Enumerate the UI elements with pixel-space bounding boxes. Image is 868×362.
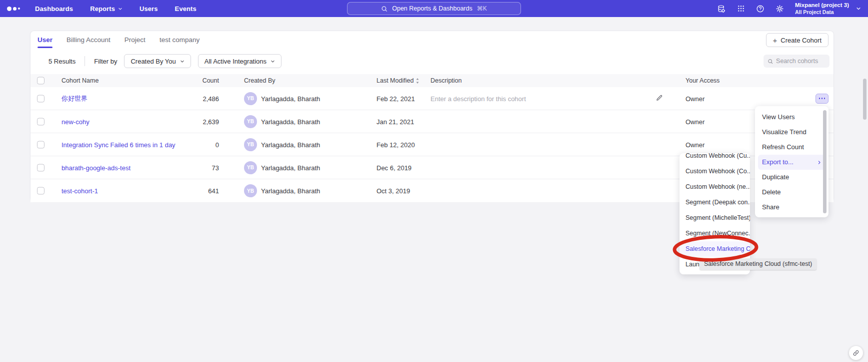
cohort-name-link[interactable]: new-cohy <box>62 118 90 125</box>
apps-grid-icon[interactable] <box>736 5 745 13</box>
entity-tabs: User Billing Account Project test compan… <box>30 31 834 49</box>
col-count[interactable]: Count <box>160 77 219 84</box>
project-scope: All Project Data <box>795 9 849 16</box>
cohort-name-link[interactable]: test-cohort-1 <box>62 187 98 195</box>
submenu-scrollbar[interactable] <box>863 79 866 120</box>
access-value: Owner <box>686 95 704 102</box>
select-all-checkbox[interactable] <box>37 77 44 85</box>
menu-item-custom-webhook-1[interactable]: Custom Webhook (Cu... <box>680 153 750 164</box>
cohort-name-link[interactable]: 你好世界 <box>62 94 88 103</box>
row-checkbox[interactable] <box>37 141 44 148</box>
col-created-by[interactable]: Created By <box>244 77 276 84</box>
menu-item-view-users[interactable]: View Users <box>755 110 828 125</box>
edit-description-pencil-icon[interactable] <box>656 94 663 103</box>
nav-reports[interactable]: Reports <box>90 5 122 13</box>
last-modified-date: Feb 12, 2020 <box>376 141 415 148</box>
cohort-count: 641 <box>160 187 219 195</box>
menu-item-refresh-count[interactable]: Refresh Count <box>755 140 828 155</box>
global-search-bar[interactable]: Open Reports & Dashboards ⌘K <box>347 2 521 15</box>
last-modified-date: Oct 3, 2019 <box>376 187 410 195</box>
data-management-icon[interactable] <box>717 5 726 13</box>
avatar: YB <box>244 115 257 128</box>
integrations-dropdown[interactable]: All Active Integrations <box>198 54 282 68</box>
col-last-modified[interactable]: Last Modified <box>376 77 420 84</box>
col-cohort-name[interactable]: Cohort Name <box>62 77 98 84</box>
col-description: Description <box>430 77 462 84</box>
cohort-count: 2,486 <box>160 95 219 102</box>
tab-user[interactable]: User <box>38 31 52 49</box>
search-cohorts-input[interactable] <box>776 58 826 65</box>
link-icon <box>852 349 860 356</box>
menu-item-visualize-trend[interactable]: Visualize Trend <box>755 125 828 140</box>
menu-item-delete[interactable]: Delete <box>755 185 828 200</box>
tab-billing-account[interactable]: Billing Account <box>66 31 110 49</box>
avatar: YB <box>244 92 257 105</box>
project-switcher[interactable]: Mixpanel (project 3) All Project Data <box>795 2 849 16</box>
help-icon[interactable] <box>756 5 764 13</box>
row-checkbox[interactable] <box>37 187 44 195</box>
created-by-name: Yarlagadda, Bharath <box>261 187 320 195</box>
export-submenu: Custom Webhook (Cu... Custom Webhook (Co… <box>680 153 750 274</box>
context-menu-scrollbar[interactable] <box>823 110 826 213</box>
project-chevron-down-icon[interactable] <box>856 4 861 13</box>
search-shortcut: ⌘K <box>477 5 487 12</box>
chevron-down-icon <box>118 7 122 11</box>
row-checkbox[interactable] <box>37 164 44 171</box>
project-name: Mixpanel (project 3) <box>795 2 849 9</box>
results-count: 5 Results <box>48 58 76 65</box>
menu-item-segment-deepak[interactable]: Segment (Deepak con... <box>680 195 750 210</box>
cohorts-page: Dashboards Reports Users Events Open Rep… <box>0 0 868 362</box>
top-navigation: Dashboards Reports Users Events Open Rep… <box>0 0 868 17</box>
cohort-name-link[interactable]: bharath-google-ads-test <box>62 164 130 171</box>
created-by-name: Yarlagadda, Bharath <box>261 141 320 148</box>
plus-icon: + <box>773 37 778 44</box>
create-cohort-button[interactable]: + Create Cohort <box>766 33 828 47</box>
share-link-button[interactable] <box>849 346 863 360</box>
row-context-menu: View Users Visualize Trend Refresh Count… <box>755 106 828 217</box>
menu-item-export-to[interactable]: Export to... <box>758 155 826 170</box>
more-actions-button[interactable] <box>816 94 828 104</box>
divider <box>84 56 85 66</box>
created-by-dropdown[interactable]: Created By You <box>124 54 190 68</box>
row-checkbox[interactable] <box>37 95 44 102</box>
search-cohorts-field[interactable] <box>764 55 830 68</box>
col-your-access: Your Access <box>686 77 720 84</box>
nav-dashboards[interactable]: Dashboards <box>35 5 73 13</box>
mixpanel-logo-icon[interactable] <box>7 7 20 11</box>
access-value: Owner <box>686 118 704 125</box>
menu-item-custom-webhook-3[interactable]: Custom Webhook (ne... <box>680 179 750 195</box>
table-row: new-cohy 2,639 YB Yarlagadda, Bharath Ja… <box>30 110 834 133</box>
menu-item-salesforce-marketing-cloud[interactable]: Salesforce Marketing C... <box>680 241 750 257</box>
chevron-down-icon <box>270 59 275 64</box>
menu-item-custom-webhook-2[interactable]: Custom Webhook (Co... <box>680 164 750 179</box>
last-modified-date: Dec 6, 2019 <box>376 164 412 171</box>
last-modified-date: Jan 21, 2021 <box>376 118 414 125</box>
table-row: 你好世界 2,486 YB Yarlagadda, Bharath Feb 22… <box>30 87 834 110</box>
menu-item-share[interactable]: Share <box>755 200 828 215</box>
created-by-name: Yarlagadda, Bharath <box>261 95 320 102</box>
cohort-name-link[interactable]: Integration Sync Failed 6 times in 1 day <box>62 141 176 148</box>
last-modified-date: Feb 22, 2021 <box>376 95 415 102</box>
row-checkbox[interactable] <box>37 118 44 125</box>
cohort-count: 0 <box>160 141 219 148</box>
nav-users[interactable]: Users <box>140 5 158 13</box>
chevron-down-icon <box>180 59 184 64</box>
tab-test-company[interactable]: test company <box>160 31 200 49</box>
menu-item-segment-michelle[interactable]: Segment (MichelleTest) <box>680 210 750 226</box>
filter-by-label: Filter by <box>94 58 117 65</box>
tab-project[interactable]: Project <box>124 31 146 49</box>
menu-item-duplicate[interactable]: Duplicate <box>755 170 828 185</box>
access-value: Owner <box>686 141 704 148</box>
settings-gear-icon[interactable] <box>776 5 784 13</box>
search-icon <box>768 58 773 65</box>
sort-icon[interactable] <box>416 78 420 84</box>
global-search-label: Open Reports & Dashboards <box>392 5 472 12</box>
chevron-right-icon <box>817 160 822 165</box>
integration-tooltip: Salesforce Marketing Cloud (sfmc-test) <box>700 258 816 270</box>
created-by-name: Yarlagadda, Bharath <box>261 118 320 125</box>
cohort-count: 73 <box>160 164 219 171</box>
menu-item-segment-newconnec[interactable]: Segment (NewConnec... <box>680 226 750 241</box>
nav-events[interactable]: Events <box>175 5 196 13</box>
created-by-name: Yarlagadda, Bharath <box>261 164 320 171</box>
description-placeholder[interactable]: Enter a description for this cohort <box>430 95 526 102</box>
